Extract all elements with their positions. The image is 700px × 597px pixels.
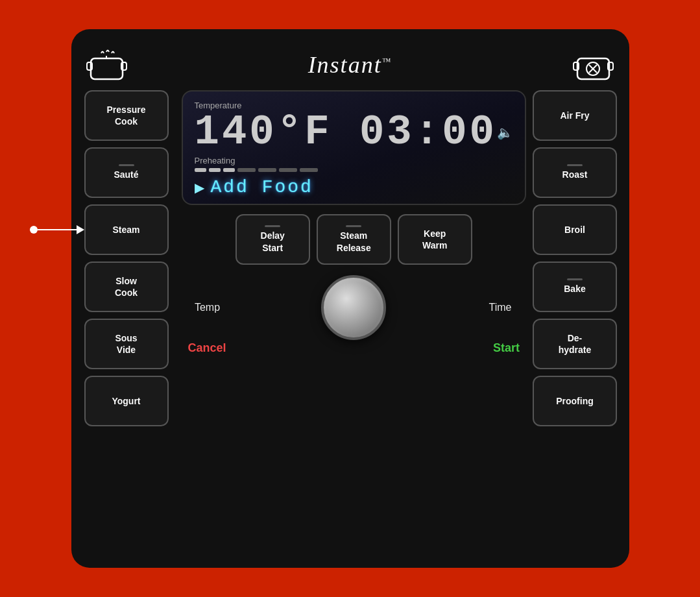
saute-button[interactable]: Sauté	[84, 147, 169, 198]
pressure-cook-label: PressureCook	[107, 104, 146, 127]
start-button[interactable]: Start	[493, 341, 520, 355]
svg-rect-0	[91, 58, 123, 79]
bake-button[interactable]: Bake	[533, 262, 617, 312]
time-value: 03:00	[359, 109, 497, 156]
steam-release-button[interactable]: SteamRelease	[317, 214, 391, 265]
delay-start-label: DelayStart	[261, 230, 285, 253]
bar-seg-1	[195, 168, 206, 172]
time-dial-label: Time	[481, 302, 520, 313]
steam-button-wrapper: Steam	[84, 204, 175, 255]
center-buttons: DelayStart SteamRelease KeepWarm	[182, 214, 526, 265]
left-column: PressureCook Sauté Steam	[84, 90, 175, 555]
display-digits: 140°F 03:00	[195, 112, 497, 153]
dial-knob[interactable]	[321, 275, 386, 340]
dehydrate-label: De-hydrate	[559, 332, 592, 356]
progress-bar	[195, 168, 513, 172]
broil-label: Broil	[564, 224, 585, 236]
temp-dial-label: Temp	[188, 302, 227, 313]
display-main-row: 140°F 03:00 🔈	[195, 112, 513, 153]
right-column: Air Fry Roast Broil Bake De-hydrate Pr	[533, 90, 623, 555]
bar-seg-3	[223, 168, 235, 172]
preheating-label: Preheating	[195, 156, 513, 165]
display-screen: Temperature 140°F 03:00 🔈 Preheating	[182, 90, 526, 205]
header-row: Instant™	[84, 45, 616, 84]
delay-start-indicator	[265, 225, 280, 227]
add-food-row: ▶ Add Food	[195, 177, 513, 197]
steam-label: Steam	[112, 224, 139, 236]
saute-label: Sauté	[114, 169, 138, 180]
brand-title: Instant™	[308, 51, 392, 79]
speaker-icon: 🔈	[497, 125, 513, 140]
bar-seg-2	[209, 168, 221, 172]
keep-warm-button[interactable]: KeepWarm	[398, 214, 472, 265]
yogurt-button[interactable]: Yogurt	[84, 376, 169, 426]
bake-indicator	[567, 278, 583, 280]
saute-indicator	[119, 164, 134, 166]
main-area: PressureCook Sauté Steam	[84, 90, 616, 555]
left-pot-icon	[84, 45, 130, 84]
steam-button[interactable]: Steam	[84, 204, 169, 255]
roast-label: Roast	[562, 169, 588, 180]
bake-label: Bake	[564, 283, 585, 295]
action-row: Cancel Start	[182, 341, 526, 355]
temp-value: 140°F	[195, 109, 332, 156]
add-food-text: Add Food	[211, 177, 313, 197]
steam-release-label: SteamRelease	[337, 230, 371, 253]
dehydrate-button[interactable]: De-hydrate	[533, 319, 617, 369]
broil-button[interactable]: Broil	[533, 204, 617, 255]
right-pot-icon	[571, 45, 616, 84]
display-arrow: ▶	[195, 180, 204, 195]
control-panel: Instant™ PressureCook	[71, 29, 629, 568]
air-fry-label: Air Fry	[560, 110, 589, 121]
center-column: Temperature 140°F 03:00 🔈 Preheating	[175, 90, 533, 555]
outer-frame: Instant™ PressureCook	[0, 0, 700, 597]
bar-seg-7	[300, 168, 318, 172]
sous-vide-button[interactable]: SousVide	[84, 319, 169, 369]
pressure-cook-button[interactable]: PressureCook	[84, 90, 169, 141]
bar-seg-4	[237, 168, 256, 172]
delay-start-button[interactable]: DelayStart	[235, 214, 310, 265]
proofing-button[interactable]: Proofing	[533, 376, 617, 426]
yogurt-label: Yogurt	[112, 395, 140, 407]
air-fry-button[interactable]: Air Fry	[533, 90, 617, 141]
roast-button[interactable]: Roast	[533, 147, 617, 198]
center-btn-row: DelayStart SteamRelease KeepWarm	[182, 214, 526, 265]
sous-vide-label: SousVide	[115, 332, 137, 356]
bar-seg-5	[258, 168, 276, 172]
dial-area: Temp Time	[182, 275, 526, 340]
bar-seg-6	[279, 168, 297, 172]
annotation-line	[38, 229, 77, 230]
slow-cook-label: SlowCook	[115, 275, 138, 298]
proofing-label: Proofing	[556, 395, 594, 407]
steam-release-indicator	[346, 225, 361, 227]
slow-cook-button[interactable]: SlowCook	[84, 262, 169, 312]
roast-indicator	[567, 164, 583, 166]
cancel-button[interactable]: Cancel	[188, 341, 226, 355]
steam-arrow-annotation	[30, 225, 84, 234]
annotation-arrowhead	[77, 225, 84, 234]
annotation-dot	[30, 226, 38, 234]
keep-warm-label: KeepWarm	[422, 228, 447, 251]
